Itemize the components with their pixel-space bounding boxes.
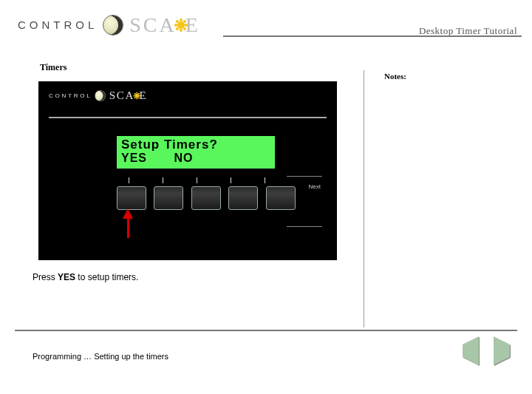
brand-text-sca: SCA xyxy=(129,13,176,36)
footer-text: Programming … Setting up the timers xyxy=(33,352,168,361)
lcd-option-yes: YES xyxy=(121,152,158,165)
triangle-left-icon xyxy=(463,336,479,365)
side-divider-1 xyxy=(287,176,322,177)
footer-divider xyxy=(15,330,517,331)
header-divider xyxy=(223,35,522,37)
lcd-display: Setup Timers? YES NO xyxy=(117,136,275,169)
button-ticks xyxy=(117,177,316,185)
clock-icon xyxy=(95,90,106,101)
lcd-line1: Setup Timers? xyxy=(121,138,270,152)
side-label-next: Next xyxy=(309,183,321,190)
hardware-button-3[interactable] xyxy=(191,186,221,210)
device-brand-text-sca: SCA xyxy=(109,89,134,102)
arrow-up-icon xyxy=(127,208,133,238)
instruction-text: Press YES to setup timers. xyxy=(33,272,138,282)
triangle-right-icon xyxy=(494,336,510,365)
clock-icon xyxy=(103,15,123,35)
sun-icon xyxy=(177,21,185,29)
instruction-pre: Press xyxy=(33,272,58,282)
hardware-button-5[interactable] xyxy=(266,186,296,210)
vertical-divider xyxy=(364,70,364,327)
lcd-option-no: NO xyxy=(174,152,193,165)
instruction-post: to setup timers. xyxy=(75,272,138,282)
hardware-button-2[interactable] xyxy=(154,186,183,210)
device-brand-logo: CONTROL SCAE xyxy=(49,90,147,101)
nav-next-button[interactable] xyxy=(494,344,514,362)
hardware-button-4[interactable] xyxy=(228,186,258,210)
device-brand-text-e: E xyxy=(139,89,147,102)
device-brand-text-control: CONTROL xyxy=(49,92,92,99)
section-heading: Timers xyxy=(40,62,66,73)
device-screenshot: CONTROL SCAE Setup Timers? YES NO Next xyxy=(38,81,337,260)
sun-icon xyxy=(134,94,138,98)
device-divider xyxy=(49,117,327,118)
brand-logo: CONTROL SCAE xyxy=(18,15,200,35)
brand-text-e: E xyxy=(185,13,200,36)
side-divider-2 xyxy=(287,226,322,227)
nav-arrows xyxy=(455,344,514,362)
hardware-button-row xyxy=(117,186,300,210)
notes-label: Notes: xyxy=(384,72,406,81)
brand-text-control: CONTROL xyxy=(18,18,98,31)
instruction-yes: YES xyxy=(58,272,75,282)
nav-prev-button[interactable] xyxy=(463,344,483,362)
hardware-button-1[interactable] xyxy=(117,186,146,210)
